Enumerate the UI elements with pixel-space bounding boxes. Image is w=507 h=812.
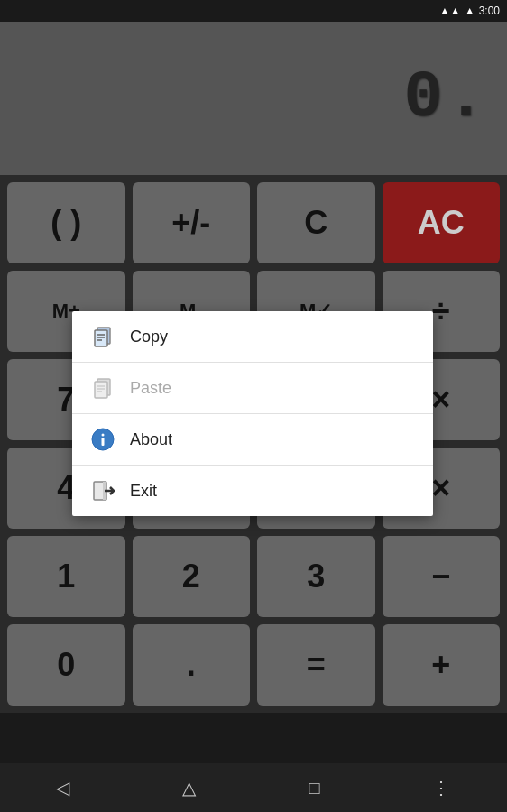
context-menu: Copy Paste — [72, 311, 433, 516]
menu-item-exit[interactable]: Exit — [72, 466, 433, 516]
svg-point-11 — [102, 434, 105, 437]
svg-rect-12 — [102, 438, 105, 446]
paste-icon — [90, 375, 115, 401]
menu-item-about[interactable]: About — [72, 414, 433, 466]
copy-icon — [90, 324, 115, 349]
exit-icon — [90, 478, 115, 503]
context-menu-overlay: Copy Paste — [0, 0, 507, 812]
menu-exit-label: Exit — [130, 482, 157, 501]
menu-copy-label: Copy — [130, 328, 168, 346]
svg-rect-1 — [95, 330, 107, 346]
menu-about-label: About — [130, 430, 172, 449]
menu-item-paste[interactable]: Paste — [72, 363, 433, 414]
info-icon — [90, 427, 115, 452]
svg-rect-6 — [95, 382, 107, 398]
menu-paste-label: Paste — [130, 379, 171, 398]
menu-item-copy[interactable]: Copy — [72, 311, 433, 363]
